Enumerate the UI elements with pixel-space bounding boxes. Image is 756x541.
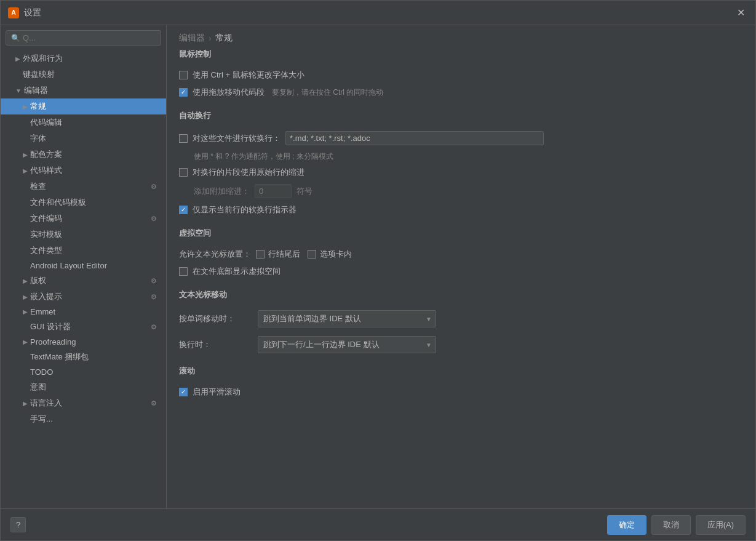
main-panel: 编辑器 › 常规 鼠标控制 使用 Ctrl + 鼠标轮更改字体大小 使用拖放移动… <box>167 25 755 508</box>
line-change-label: 换行时： <box>179 339 253 350</box>
drag-drop-hint: 要复制，请在按住 Ctrl 的同时拖动 <box>272 87 383 98</box>
settings-icon: ⚙ <box>149 322 159 332</box>
sidebar-item-inspections[interactable]: 检查 ⚙ <box>1 178 166 194</box>
sidebar-item-more[interactable]: 手写... <box>1 411 166 427</box>
cursor-placement-options: 行结尾后 选项卡内 <box>256 249 352 260</box>
soft-wrap-files-label: 对这些文件进行软换行： <box>193 133 281 144</box>
sidebar-item-color-scheme[interactable]: ▶ 配色方案 <box>1 146 166 162</box>
sidebar-item-language-injection[interactable]: ▶ 语言注入 ⚙ <box>1 395 166 411</box>
smooth-scroll-row: 启用平滑滚动 <box>179 387 743 398</box>
sidebar-item-todo[interactable]: TODO <box>1 365 166 379</box>
settings-icon: ⚙ <box>149 398 159 408</box>
section-title-virtual: 虚拟空间 <box>179 228 743 241</box>
ctrl-font-row: 使用 Ctrl + 鼠标轮更改字体大小 <box>179 70 743 81</box>
sidebar-item-intention[interactable]: 意图 <box>1 379 166 395</box>
expand-arrow: ▶ <box>23 400 28 407</box>
expand-arrow: ▶ <box>23 278 28 284</box>
search-icon: 🔍 <box>11 34 20 42</box>
expand-arrow: ▶ <box>23 308 28 315</box>
sidebar-item-code-editing[interactable]: 代码编辑 <box>1 114 166 130</box>
line-change-dropdown[interactable]: 跳到下一行/上一行边界 IDE 默认 ▼ <box>258 336 436 353</box>
word-move-dropdown[interactable]: 跳到当前单词边界 IDE 默认 ▼ <box>258 310 436 327</box>
word-move-label: 按单词移动时： <box>179 313 253 324</box>
indent-checkbox[interactable] <box>179 168 188 177</box>
sidebar-item-proofreading[interactable]: ▶ Proofreading <box>1 335 166 349</box>
sidebar-item-editor[interactable]: ▼ 编辑器 <box>1 82 166 98</box>
breadcrumb-separator: › <box>209 33 212 43</box>
indent-label: 对换行的片段使用原始行的缩进 <box>193 167 304 178</box>
sidebar-item-appearance[interactable]: ▶ 外观和行为 <box>1 50 166 66</box>
sidebar-item-gui-designer[interactable]: GUI 设计器 ⚙ <box>1 319 166 335</box>
show-wrap-indicator-checkbox[interactable] <box>179 206 188 214</box>
cursor-placement-label: 允许文本光标放置： <box>179 249 251 260</box>
sidebar-item-textmate[interactable]: TextMate 捆绑包 <box>1 349 166 365</box>
sidebar-item-font[interactable]: 字体 <box>1 130 166 146</box>
expand-arrow: ▶ <box>23 151 28 158</box>
expand-arrow: ▶ <box>15 55 20 62</box>
search-input[interactable] <box>23 33 156 42</box>
section-title-softwrap: 自动换行 <box>179 110 743 124</box>
expand-arrow: ▼ <box>15 87 22 94</box>
cursor-movement-section: 文本光标移动 按单词移动时： 跳到当前单词边界 IDE 默认 ▼ 换行时： 跳到… <box>179 289 743 353</box>
add-indent-label: 添加附加缩进： <box>179 186 250 197</box>
settings-icon: ⚙ <box>149 214 159 223</box>
in-tabs-checkbox[interactable] <box>308 250 316 258</box>
sidebar-item-file-types[interactable]: 文件类型 <box>1 242 166 258</box>
sidebar-list: ▶ 外观和行为 键盘映射 ▼ 编辑器 ▶ 常规 代码编辑 字 <box>1 50 166 508</box>
add-indent-suffix: 符号 <box>296 186 312 197</box>
end-of-line-label: 行结尾后 <box>268 249 300 260</box>
add-indent-input[interactable] <box>255 184 292 198</box>
sidebar-item-file-encoding[interactable]: 文件编码 ⚙ <box>1 210 166 226</box>
show-wrap-indicator-row: 仅显示当前行的软换行指示器 <box>179 204 743 215</box>
word-move-value: 跳到当前单词边界 IDE 默认 <box>263 313 421 324</box>
show-wrap-indicator-label: 仅显示当前行的软换行指示器 <box>193 204 296 215</box>
dropdown-arrow-icon: ▼ <box>426 316 432 323</box>
section-title-mouse: 鼠标控制 <box>179 49 743 62</box>
drag-drop-row: 使用拖放移动代码段 要复制，请在按住 Ctrl 的同时拖动 <box>179 87 743 98</box>
sidebar-item-live-templates[interactable]: 实时模板 <box>1 226 166 242</box>
breadcrumb-editor: 编辑器 <box>179 33 205 44</box>
end-of-line-checkbox[interactable] <box>256 250 265 258</box>
section-title-cursor: 文本光标移动 <box>179 289 743 303</box>
expand-arrow: ▶ <box>23 167 28 174</box>
dialog-title: 设置 <box>24 7 733 18</box>
bottom-bar: ? 确定 取消 应用(A) <box>1 508 755 540</box>
ctrl-font-checkbox[interactable] <box>179 71 188 79</box>
expand-arrow: ▶ <box>23 339 28 345</box>
ok-button[interactable]: 确定 <box>607 515 647 535</box>
drag-drop-label: 使用拖放移动代码段 <box>193 87 265 98</box>
in-tabs-option: 选项卡内 <box>308 249 352 260</box>
sidebar-item-keymap[interactable]: 键盘映射 <box>1 66 166 82</box>
main-content: 🔍 ▶ 外观和行为 键盘映射 ▼ 编辑器 ▶ 常规 <box>1 25 755 508</box>
close-button[interactable]: ✕ <box>733 6 748 20</box>
sidebar-item-inlay-hints[interactable]: ▶ 嵌入提示 ⚙ <box>1 289 166 305</box>
apply-button[interactable]: 应用(A) <box>696 515 746 535</box>
soft-wrap-files-checkbox[interactable] <box>179 134 188 143</box>
settings-icon: ⚙ <box>149 182 159 191</box>
search-box: 🔍 <box>6 30 161 46</box>
sidebar-item-android-layout[interactable]: Android Layout Editor <box>1 258 166 273</box>
sidebar-item-emmet[interactable]: ▶ Emmet <box>1 305 166 319</box>
sidebar: 🔍 ▶ 外观和行为 键盘映射 ▼ 编辑器 ▶ 常规 <box>1 25 167 508</box>
help-button[interactable]: ? <box>10 517 26 532</box>
soft-wrap-section: 自动换行 对这些文件进行软换行： 使用 * 和 ? 作为通配符，使用 ; 来分隔… <box>179 110 743 215</box>
show-virtual-checkbox[interactable] <box>179 267 188 276</box>
soft-wrap-files-input[interactable] <box>285 131 544 145</box>
smooth-scroll-checkbox[interactable] <box>179 388 188 396</box>
breadcrumb-current: 常规 <box>215 33 233 44</box>
expand-arrow: ▶ <box>23 103 28 110</box>
soft-wrap-hint: 使用 * 和 ? 作为通配符，使用 ; 来分隔模式 <box>194 151 743 162</box>
word-move-row: 按单词移动时： 跳到当前单词边界 IDE 默认 ▼ <box>179 310 743 327</box>
show-virtual-row: 在文件底部显示虚拟空间 <box>179 266 743 277</box>
sidebar-item-code-style[interactable]: ▶ 代码样式 <box>1 162 166 178</box>
drag-drop-checkbox[interactable] <box>179 88 188 97</box>
sidebar-item-general[interactable]: ▶ 常规 <box>1 98 166 114</box>
cancel-button[interactable]: 取消 <box>651 515 691 535</box>
indent-row: 对换行的片段使用原始行的缩进 <box>179 167 743 178</box>
line-change-row: 换行时： 跳到下一行/上一行边界 IDE 默认 ▼ <box>179 336 743 353</box>
sidebar-item-file-templates[interactable]: 文件和代码模板 <box>1 194 166 210</box>
soft-wrap-files-row: 对这些文件进行软换行： <box>179 131 743 145</box>
sidebar-item-copyright[interactable]: ▶ 版权 ⚙ <box>1 273 166 289</box>
settings-icon: ⚙ <box>149 276 159 286</box>
mouse-control-section: 鼠标控制 使用 Ctrl + 鼠标轮更改字体大小 使用拖放移动代码段 要复制，请… <box>179 49 743 98</box>
